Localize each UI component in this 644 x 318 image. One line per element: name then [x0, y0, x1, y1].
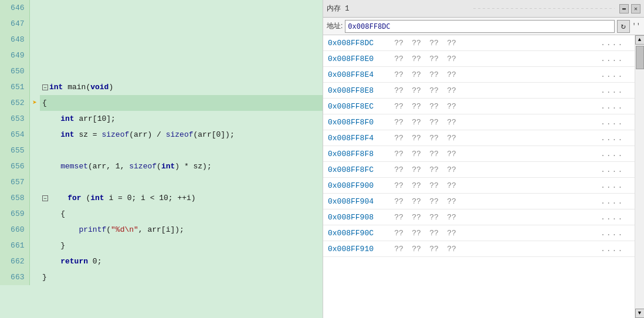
line-arrow	[29, 63, 40, 79]
collapse-button[interactable]: −	[42, 195, 48, 201]
line-arrow	[29, 127, 40, 143]
memory-byte: ??	[445, 86, 458, 95]
memory-byte: ??	[392, 197, 405, 206]
code-line: 658− for (int i = 0; i < 10; ++i)	[0, 190, 328, 206]
minimize-button[interactable]: ▬	[619, 4, 629, 13]
memory-row: 0x008FF8F0????????....	[323, 114, 635, 130]
memory-chars: ....	[601, 165, 630, 174]
memory-byte: ??	[392, 165, 405, 174]
scrollbar-thumb[interactable]	[636, 46, 644, 69]
memory-content-wrapper: 0x008FF8DC????????....0x008FF8E0????????…	[323, 35, 644, 318]
memory-byte: ??	[428, 245, 440, 253]
line-arrow	[29, 48, 40, 63]
code-editor: 646647648649650651−int main(void)652➤{65…	[0, 0, 328, 318]
memory-address: 0x008FF8F4	[328, 134, 392, 143]
memory-bytes: ????????	[392, 39, 601, 48]
line-content	[40, 0, 328, 16]
memory-byte: ??	[428, 70, 440, 79]
memory-chars: ....	[601, 55, 630, 63]
line-number: 658	[0, 190, 29, 206]
memory-byte: ??	[428, 134, 440, 143]
memory-content[interactable]: 0x008FF8DC????????....0x008FF8E0????????…	[323, 35, 635, 318]
refresh-button[interactable]: ↻	[617, 20, 630, 33]
memory-address: 0x008FF90C	[328, 229, 392, 238]
line-arrow	[29, 238, 40, 253]
memory-byte: ??	[445, 197, 458, 206]
memory-chars: ....	[601, 245, 630, 253]
addr-label: 地址:	[327, 21, 343, 31]
code-line: 655	[0, 143, 328, 158]
memory-byte: ??	[410, 245, 423, 253]
line-number: 657	[0, 174, 29, 190]
memory-bytes: ????????	[392, 118, 601, 127]
line-arrow	[29, 79, 40, 95]
line-number: 660	[0, 222, 29, 238]
memory-chars: ....	[601, 134, 630, 143]
collapse-button[interactable]: −	[42, 84, 48, 90]
line-content	[40, 174, 328, 190]
line-arrow	[29, 222, 40, 238]
line-arrow	[29, 206, 40, 222]
line-number: 663	[0, 269, 29, 285]
line-arrow	[29, 143, 40, 158]
line-content: {	[40, 95, 328, 111]
line-content: }	[40, 269, 328, 285]
line-number: 659	[0, 206, 29, 222]
memory-byte: ??	[410, 39, 423, 48]
memory-chars: ....	[601, 39, 630, 48]
close-button[interactable]: ✕	[631, 4, 640, 13]
code-line: 663}	[0, 269, 328, 285]
line-number: 662	[0, 253, 29, 269]
memory-chars: ....	[601, 229, 630, 238]
memory-byte: ??	[392, 213, 405, 222]
memory-byte: ??	[428, 197, 440, 206]
line-arrow: ➤	[29, 95, 40, 111]
line-arrow	[29, 158, 40, 174]
memory-byte: ??	[410, 102, 423, 111]
code-line: 646	[0, 0, 328, 16]
memory-byte: ??	[428, 118, 440, 127]
memory-address: 0x008FF8F0	[328, 118, 392, 127]
line-content	[40, 32, 328, 48]
code-line: 653 int arr[10];	[0, 111, 328, 127]
memory-byte: ??	[410, 134, 423, 143]
memory-byte: ??	[428, 181, 440, 190]
scrollbar-down[interactable]: ▼	[635, 309, 645, 318]
code-line: 647	[0, 16, 328, 32]
memory-bytes: ????????	[392, 213, 601, 222]
memory-byte: ??	[428, 213, 440, 222]
title-separator	[473, 8, 615, 9]
line-number: 650	[0, 63, 29, 79]
memory-row: 0x008FF8FC????????....	[323, 162, 635, 178]
memory-byte: ??	[445, 118, 458, 127]
memory-row: 0x008FF8EC????????....	[323, 99, 635, 114]
memory-byte: ??	[392, 134, 405, 143]
memory-row: 0x008FF8F8????????....	[323, 146, 635, 162]
memory-toolbar: 地址: ↻ ''	[323, 18, 644, 35]
memory-address: 0x008FF8EC	[328, 102, 392, 111]
memory-row: 0x008FF908????????....	[323, 209, 635, 225]
code-line: 650	[0, 63, 328, 79]
code-line: 648	[0, 32, 328, 48]
memory-row: 0x008FF8E8????????....	[323, 83, 635, 99]
memory-byte: ??	[410, 55, 423, 63]
memory-row: 0x008FF8DC????????....	[323, 35, 635, 51]
scrollbar-up[interactable]: ▲	[635, 35, 645, 45]
memory-address: 0x008FF8FC	[328, 165, 392, 174]
options-button[interactable]: ''	[632, 22, 640, 31]
memory-row: 0x008FF910????????....	[323, 241, 635, 257]
memory-chars: ....	[601, 118, 630, 127]
line-arrow	[29, 32, 40, 48]
memory-byte: ??	[392, 181, 405, 190]
memory-byte: ??	[445, 213, 458, 222]
memory-byte: ??	[392, 55, 405, 63]
memory-byte: ??	[445, 229, 458, 238]
memory-address: 0x008FF908	[328, 213, 392, 222]
memory-byte: ??	[428, 165, 440, 174]
memory-bytes: ????????	[392, 165, 601, 174]
scrollbar[interactable]: ▲ ▼	[635, 35, 644, 318]
memory-byte: ??	[392, 39, 405, 48]
code-line: 652➤{	[0, 95, 328, 111]
memory-address: 0x008FF900	[328, 181, 392, 190]
addr-input[interactable]	[345, 20, 614, 33]
